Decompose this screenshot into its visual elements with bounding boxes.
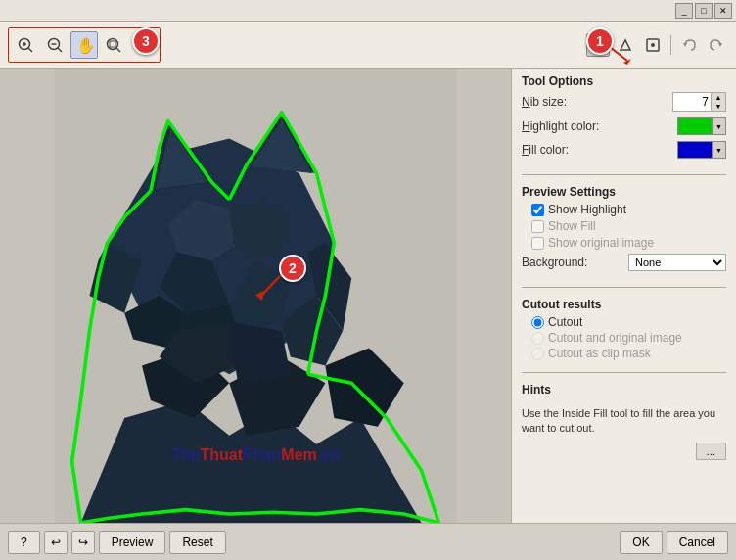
svg-rect-10 <box>110 41 115 47</box>
highlight-color-preview <box>678 118 712 134</box>
ok-button[interactable]: OK <box>620 531 662 554</box>
cancel-button[interactable]: Cancel <box>667 531 728 554</box>
watermark: ThuThuatPhanMem.vn ThuThuatPhanMem.vn <box>171 446 340 464</box>
panel-icon-bar: 1 ▲ <box>582 33 728 57</box>
eyedropper-icon <box>644 36 662 54</box>
nib-size-input[interactable] <box>673 94 711 110</box>
fill-color-label: Fill color: <box>522 143 677 157</box>
show-original-row: Show original image <box>522 236 726 250</box>
redo-toolbar-button[interactable] <box>705 33 728 57</box>
hints-section: Hints <box>512 377 736 406</box>
preview-settings-title: Preview Settings <box>522 185 726 199</box>
highlight-color-dropdown[interactable]: ▼ <box>712 118 725 134</box>
divider-2 <box>522 287 726 288</box>
redo-button[interactable]: ↪ <box>71 531 95 554</box>
bottom-bar: ? ↩ ↪ Preview Reset OK Cancel <box>0 523 736 560</box>
show-fill-checkbox[interactable] <box>531 220 544 233</box>
pan-icon: ✋ <box>75 36 93 54</box>
background-row: Background: None White Black Checkered <box>522 254 726 271</box>
redo-icon <box>708 36 725 54</box>
cutout-clip-row: Cutout as clip mask <box>522 347 726 360</box>
cutout-radio[interactable] <box>531 316 544 329</box>
help-button[interactable]: ? <box>8 531 40 554</box>
reset-button[interactable]: Reset <box>169 531 225 554</box>
nib-size-increment[interactable]: ▲ <box>712 93 725 102</box>
main-content: 2 ThuThuatPhanMem.vn ThuThuatPhanMem.vn … <box>0 69 736 523</box>
preview-settings-section: Preview Settings Show Highlight Show Fil… <box>512 179 736 283</box>
nib-size-input-wrap: ▲ ▼ <box>672 92 726 112</box>
cutout-original-row: Cutout and original image <box>522 331 726 345</box>
tool-options-title: Tool Options <box>522 74 726 88</box>
pan-button[interactable]: ✋ <box>70 31 98 59</box>
tool-options-section: Tool Options Nib size: ▲ ▼ Highlight col… <box>512 69 736 170</box>
zoom-fit-button[interactable] <box>100 31 127 59</box>
cutout-results-section: Cutout results Cutout Cutout and origina… <box>512 292 736 368</box>
highlight-color-label: Highlight color: <box>522 119 677 133</box>
undo-toolbar-button[interactable] <box>677 33 701 57</box>
svg-marker-19 <box>683 43 687 47</box>
annotation-1: 1 <box>586 27 614 55</box>
title-bar: _ □ ✕ <box>0 0 736 22</box>
nib-size-spinner: ▲ ▼ <box>711 93 725 111</box>
show-highlight-label: Show Highlight <box>548 203 626 216</box>
hints-title: Hints <box>522 383 726 397</box>
zoom-out-icon <box>46 36 64 54</box>
svg-marker-20 <box>718 43 722 47</box>
show-fill-row: Show Fill <box>522 219 726 233</box>
highlight-color-swatch[interactable]: ▼ <box>677 117 726 135</box>
show-highlight-checkbox[interactable] <box>531 204 544 216</box>
minimize-button[interactable]: _ <box>675 3 693 19</box>
svg-line-6 <box>58 48 62 52</box>
svg-line-3 <box>28 48 32 52</box>
cutout-label: Cutout <box>548 315 582 329</box>
cutout-row: Cutout <box>522 315 726 329</box>
hints-text: Use the Inside Fill tool to fill the are… <box>512 406 736 437</box>
hints-ellipsis-wrap: ... <box>512 443 736 460</box>
svg-marker-41 <box>229 322 290 383</box>
hints-ellipsis-button[interactable]: ... <box>696 443 726 460</box>
cutout-results-title: Cutout results <box>522 298 726 311</box>
canvas-area[interactable]: 2 ThuThuatPhanMem.vn ThuThuatPhanMem.vn <box>0 69 511 523</box>
zoom-in-icon <box>17 36 34 54</box>
fill-color-dropdown[interactable]: ▼ <box>712 142 725 158</box>
undo-icon <box>680 36 698 54</box>
background-select[interactable]: None White Black Checkered <box>628 254 726 271</box>
show-fill-label: Show Fill <box>548 219 596 233</box>
eyedropper-button[interactable] <box>641 33 665 57</box>
background-label: Background: <box>522 256 628 269</box>
show-highlight-row: Show Highlight <box>522 203 726 216</box>
show-original-label: Show original image <box>548 236 654 250</box>
fill-color-row: Fill color: ▼ <box>522 141 726 159</box>
preview-button[interactable]: Preview <box>99 531 166 554</box>
fill-color-swatch[interactable]: ▼ <box>677 141 726 159</box>
cutout-clip-label: Cutout as clip mask <box>548 347 651 360</box>
cutout-original-radio[interactable] <box>531 332 544 345</box>
highlight-color-row: Highlight color: ▼ <box>522 117 726 135</box>
show-original-checkbox[interactable] <box>531 237 544 250</box>
cutout-original-label: Cutout and original image <box>548 331 682 345</box>
zoom-fit-icon <box>105 36 122 54</box>
maximize-button[interactable]: □ <box>695 3 713 19</box>
annotation-3: 3 <box>132 27 160 55</box>
main-toolbar: ✋ 3 1 <box>0 22 736 69</box>
undo-button[interactable]: ↩ <box>44 531 68 554</box>
zoom-in-button[interactable] <box>12 31 39 59</box>
svg-line-9 <box>116 48 120 52</box>
nib-size-row: Nib size: ▲ ▼ <box>522 92 726 112</box>
nib-size-decrement[interactable]: ▼ <box>712 102 725 111</box>
annotation-1-arrow <box>610 47 639 67</box>
right-panel: Tool Options Nib size: ▲ ▼ Highlight col… <box>511 69 736 523</box>
icon-separator <box>670 35 671 55</box>
zoom-out-button[interactable] <box>41 31 69 59</box>
svg-point-8 <box>108 38 118 49</box>
fill-color-preview <box>678 142 712 158</box>
svg-text:✋: ✋ <box>76 36 93 54</box>
nib-size-label: Nib size: <box>522 95 672 109</box>
close-button[interactable]: ✕ <box>714 3 732 19</box>
divider-1 <box>522 174 726 175</box>
cutout-clip-radio[interactable] <box>531 348 544 360</box>
annotation-2: 2 <box>279 255 306 282</box>
svg-point-18 <box>651 43 655 47</box>
divider-3 <box>522 372 726 373</box>
